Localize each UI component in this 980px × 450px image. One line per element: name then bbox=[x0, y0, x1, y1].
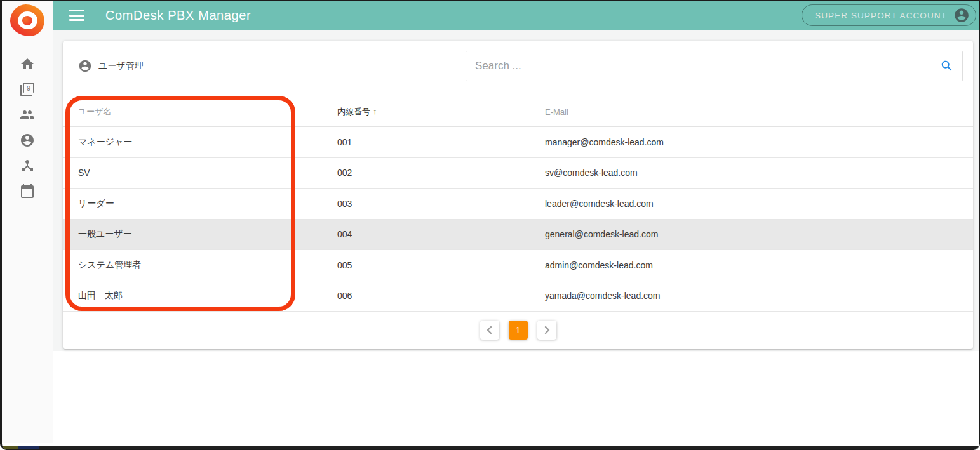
search-input[interactable] bbox=[466, 51, 963, 81]
home-icon bbox=[20, 56, 35, 72]
column-header-username[interactable]: ユーザ名 bbox=[78, 106, 337, 117]
account-circle-icon bbox=[20, 133, 35, 148]
column-header-extension[interactable]: 内線番号↑ bbox=[337, 106, 545, 117]
user-name-cell: リーダー bbox=[78, 198, 337, 209]
email-cell: admin@comdesk-lead.com bbox=[545, 260, 973, 270]
column-header-email[interactable]: E-Mail bbox=[545, 107, 973, 117]
table-row[interactable]: システム管理者005admin@comdesk-lead.com bbox=[63, 250, 973, 281]
app-window: ComDesk PBX Manager SUPER SUPPORT ACCOUN… bbox=[0, 0, 980, 450]
user-name-cell: 一般ユーザー bbox=[78, 228, 337, 240]
user-name-cell: SV bbox=[78, 168, 337, 178]
sidebar-item-calendar[interactable] bbox=[2, 178, 53, 204]
table-row[interactable]: リーダー003leader@comdesk-lead.com bbox=[63, 189, 973, 220]
table-row[interactable]: 山田 太郎006yamada@comdesk-lead.com bbox=[63, 281, 973, 312]
email-cell: sv@comdesk-lead.com bbox=[545, 168, 973, 178]
members-icon bbox=[20, 107, 35, 122]
svg-text:9: 9 bbox=[27, 84, 30, 92]
table-row[interactable]: SV002sv@comdesk-lead.com bbox=[63, 158, 973, 189]
page-button-1[interactable]: 1 bbox=[509, 321, 528, 340]
pagination: 1 bbox=[63, 321, 973, 340]
table-row[interactable]: 一般ユーザー004general@comdesk-lead.com bbox=[63, 220, 973, 251]
app-header: ComDesk PBX Manager SUPER SUPPORT ACCOUN… bbox=[53, 1, 979, 30]
table-body: マネージャー001manager@comdesk-lead.comSV002sv… bbox=[63, 127, 973, 312]
content-area: ユーザ管理 ユーザ名 内線番号↑ E-Mail マネージャー00 bbox=[53, 30, 979, 351]
window-bottom-edge bbox=[2, 446, 979, 449]
account-button[interactable]: SUPER SUPPORT ACCOUNT bbox=[802, 4, 976, 26]
extension-cell: 006 bbox=[337, 291, 545, 301]
sidebar-nav: 9 bbox=[2, 40, 53, 204]
sidebar-item-network-hub[interactable] bbox=[2, 153, 53, 178]
calendar-icon bbox=[20, 183, 35, 199]
extension-cell: 003 bbox=[337, 199, 545, 209]
user-name-cell: マネージャー bbox=[78, 136, 337, 148]
logo-icon bbox=[10, 4, 44, 36]
account-circle-icon bbox=[953, 7, 970, 23]
email-cell: yamada@comdesk-lead.com bbox=[545, 291, 973, 301]
sort-asc-icon: ↑ bbox=[373, 107, 377, 116]
email-cell: general@comdesk-lead.com bbox=[545, 229, 973, 239]
users-table: ユーザ名 内線番号↑ E-Mail マネージャー001manager@comde… bbox=[63, 97, 973, 312]
user-name-cell: 山田 太郎 bbox=[78, 290, 337, 301]
email-cell: leader@comdesk-lead.com bbox=[545, 199, 973, 209]
sidebar-item-filter-9[interactable]: 9 bbox=[2, 77, 53, 102]
network-hub-icon bbox=[20, 158, 35, 173]
extension-cell: 002 bbox=[337, 168, 545, 178]
filter-9-icon: 9 bbox=[20, 82, 35, 97]
search-box bbox=[466, 51, 963, 81]
email-cell: manager@comdesk-lead.com bbox=[545, 137, 973, 147]
sidebar-item-members[interactable] bbox=[2, 102, 53, 128]
user-name-cell: システム管理者 bbox=[78, 260, 337, 271]
chevron-right-icon bbox=[542, 325, 552, 335]
sidebar-item-account[interactable] bbox=[2, 128, 53, 153]
account-button-label: SUPER SUPPORT ACCOUNT bbox=[815, 11, 947, 20]
extension-cell: 005 bbox=[337, 260, 545, 270]
sidebar-item-home[interactable] bbox=[2, 51, 53, 77]
sidebar: 9 bbox=[2, 1, 53, 443]
app-title: ComDesk PBX Manager bbox=[105, 8, 251, 23]
menu-icon[interactable] bbox=[69, 10, 84, 21]
table-header-row: ユーザ名 内線番号↑ E-Mail bbox=[63, 97, 973, 127]
user-management-card: ユーザ管理 ユーザ名 内線番号↑ E-Mail マネージャー00 bbox=[63, 41, 973, 349]
extension-cell: 004 bbox=[337, 229, 545, 239]
chevron-left-icon bbox=[485, 325, 495, 335]
page-title: ユーザ管理 bbox=[98, 60, 144, 72]
search-icon[interactable] bbox=[940, 59, 954, 73]
extension-cell: 001 bbox=[337, 137, 545, 147]
user-icon bbox=[78, 59, 92, 73]
prev-page-button[interactable] bbox=[480, 321, 499, 340]
app-logo[interactable] bbox=[2, 1, 53, 40]
page-heading: ユーザ管理 bbox=[78, 59, 144, 73]
column-header-extension-label: 内線番号 bbox=[337, 107, 370, 116]
table-row[interactable]: マネージャー001manager@comdesk-lead.com bbox=[63, 127, 973, 158]
next-page-button[interactable] bbox=[537, 321, 556, 340]
